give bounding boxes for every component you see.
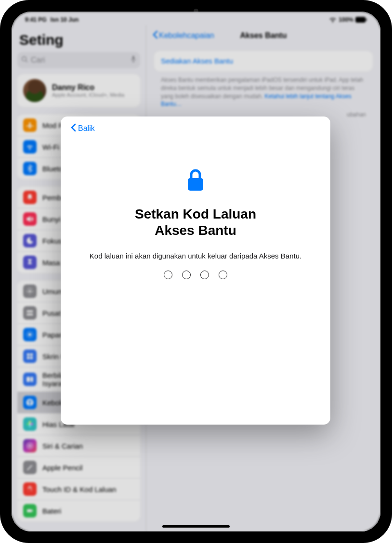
modal-back-label: Balik bbox=[78, 124, 95, 133]
home-indicator[interactable] bbox=[162, 525, 230, 528]
passcode-dot bbox=[164, 271, 172, 279]
modal-description: Kod laluan ini akan digunakan untuk kelu… bbox=[90, 252, 301, 260]
lock-icon bbox=[185, 168, 206, 194]
modal-title: Setkan Kod Laluan Akses Bantu bbox=[135, 206, 256, 238]
passcode-dot bbox=[219, 271, 227, 279]
passcode-input[interactable] bbox=[164, 271, 227, 279]
modal-back-button[interactable]: Balik bbox=[70, 123, 95, 134]
passcode-dot bbox=[182, 271, 191, 279]
chevron-left-icon bbox=[70, 123, 76, 134]
passcode-modal: Balik Setkan Kod Laluan Akses Bantu Kod … bbox=[61, 116, 330, 425]
svg-rect-34 bbox=[188, 178, 203, 191]
passcode-dot bbox=[200, 271, 209, 279]
